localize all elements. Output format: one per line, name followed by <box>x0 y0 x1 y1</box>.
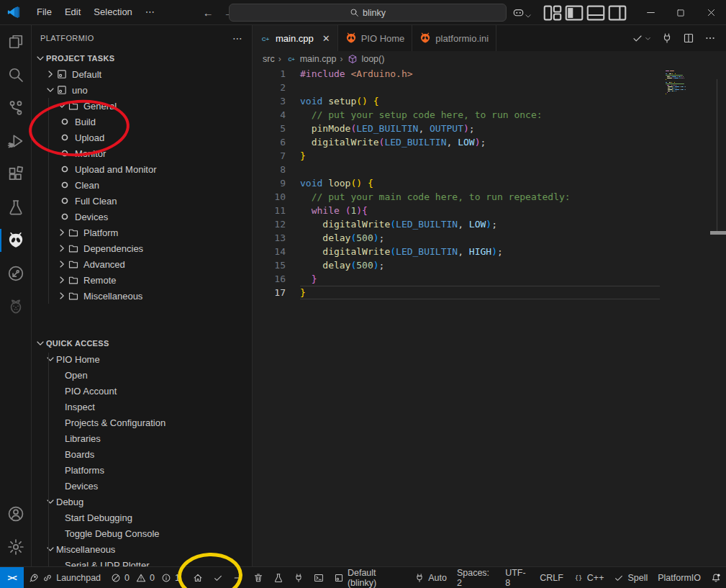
tree-item-start-debugging[interactable]: Start Debugging <box>32 510 252 525</box>
tab-platformio-ini[interactable]: platformio.ini <box>412 25 496 51</box>
status-serial-port[interactable]: Auto <box>409 567 452 588</box>
tree-item-platform[interactable]: Platform <box>32 225 252 240</box>
tree-item-boards[interactable]: Boards <box>32 446 252 462</box>
tree-item-debug[interactable]: Debug <box>32 494 252 510</box>
activity-manage[interactable] <box>0 530 32 564</box>
status-remote-window[interactable]: >< <box>0 567 24 588</box>
folder-icon <box>68 100 79 112</box>
svg-text:C+: C+ <box>262 36 270 42</box>
menu-file[interactable]: File <box>30 4 58 21</box>
tree-item-platforms[interactable]: Platforms <box>32 462 252 478</box>
status-spell-checker[interactable]: Spell <box>609 567 653 588</box>
status-launchpad[interactable]: Launchpad <box>24 567 106 588</box>
breadcrumb-item[interactable]: src <box>263 54 275 64</box>
split-editor-icon[interactable] <box>683 32 694 44</box>
status-indentation[interactable]: Spaces: 2 <box>452 567 500 588</box>
tree-item-dependencies[interactable]: Dependencies <box>32 240 252 256</box>
tree-item-devices[interactable]: Devices <box>32 209 252 225</box>
activity-platformio[interactable] <box>0 224 32 257</box>
breadcrumb-item[interactable]: loop() <box>361 54 384 64</box>
maximize-button[interactable] <box>666 0 696 25</box>
status-pio-upload[interactable] <box>228 567 248 588</box>
tree-item-miscellaneous[interactable]: Miscellaneous <box>32 288 252 304</box>
activity-testing[interactable] <box>0 191 32 224</box>
menu-selection[interactable]: Selection <box>87 4 138 21</box>
tree-item-monitor[interactable]: Monitor <box>32 145 252 161</box>
tree-item-projects-configuration[interactable]: Projects & Configuration <box>32 415 252 430</box>
tree-item-general[interactable]: General <box>32 98 252 114</box>
minimap[interactable] <box>666 71 702 95</box>
code-token: delay <box>322 260 350 271</box>
tree-item-build[interactable]: Build <box>32 114 252 130</box>
serial-monitor-plug-icon[interactable] <box>661 32 673 44</box>
sidebar-more-actions-icon[interactable]: ⋯ <box>232 32 243 44</box>
status-serial-monitor[interactable] <box>289 567 309 588</box>
tree-item-clean[interactable]: Clean <box>32 177 252 193</box>
activity-search[interactable] <box>0 58 32 91</box>
status-notifications[interactable] <box>706 567 726 588</box>
code-editor[interactable]: 1#include <Arduino.h>23void setup() {4 /… <box>253 67 726 566</box>
command-center-search[interactable]: blinky <box>229 4 507 22</box>
nav-back-icon[interactable]: ← <box>203 6 214 19</box>
toggle-primary-sidebar-icon[interactable] <box>563 3 585 23</box>
activity-run-and-debug[interactable] <box>0 125 32 158</box>
breadcrumb-item[interactable]: main.cpp <box>300 54 337 64</box>
tree-item-uno[interactable]: uno <box>32 82 252 98</box>
error-icon <box>111 573 121 583</box>
tree-item-open[interactable]: Open <box>32 367 252 383</box>
menu-edit[interactable]: Edit <box>58 4 87 21</box>
tab-main-cpp[interactable]: C+main.cpp✕ <box>253 25 338 51</box>
copilot-chevron-icon[interactable] <box>525 9 532 17</box>
tab-pio-home[interactable]: PIO Home <box>338 25 413 51</box>
tree-item-default[interactable]: Default <box>32 66 252 82</box>
activity-accounts[interactable] <box>0 497 32 530</box>
tree-item-remote[interactable]: Remote <box>32 272 252 288</box>
section-header-quick-access[interactable]: QUICK ACCESS <box>32 335 252 351</box>
toggle-secondary-sidebar-icon[interactable] <box>607 3 628 23</box>
status-problems[interactable]: 001 <box>106 567 188 588</box>
tree-item-miscellaneous[interactable]: Miscellaneous <box>32 541 252 557</box>
close-button[interactable] <box>696 0 726 25</box>
status-pio-clean[interactable] <box>248 567 268 588</box>
activity-explorer[interactable] <box>0 25 32 58</box>
customize-layout-icon[interactable] <box>542 3 563 23</box>
status-new-terminal[interactable] <box>309 567 329 588</box>
tree-item-advanced[interactable]: Advanced <box>32 256 252 272</box>
status-pio-build[interactable] <box>208 567 228 588</box>
section-header-project-tasks[interactable]: PROJECT TASKS <box>32 50 252 66</box>
more-actions-icon[interactable] <box>704 32 716 44</box>
tree-item-upload[interactable]: Upload <box>32 130 252 145</box>
scrollbar-handle[interactable] <box>710 231 726 235</box>
tree-item-pio-account[interactable]: PIO Account <box>32 383 252 399</box>
status-platformio-status[interactable]: PlatformIO <box>653 567 706 588</box>
activity-remote-explorer[interactable] <box>0 257 32 290</box>
run-build-button[interactable] <box>632 32 651 44</box>
minimize-button[interactable] <box>635 0 666 25</box>
status-language-mode[interactable]: {}C++ <box>568 567 609 588</box>
code-token: , <box>447 137 458 148</box>
status-encoding[interactable]: UTF-8 <box>500 567 535 588</box>
tree-item-pio-home[interactable]: PIO Home <box>32 351 252 367</box>
status-project-environment[interactable]: Default (blinky) <box>329 567 409 588</box>
toggle-panel-icon[interactable] <box>585 3 607 23</box>
chevron-right-icon <box>56 290 68 302</box>
tree-item-serial-udp-plotter[interactable]: Serial & UDP Plotter <box>32 557 252 566</box>
menu-[interactable]: ⋯ <box>139 4 161 21</box>
status-pio-test[interactable] <box>268 567 289 588</box>
tree-item-upload-and-monitor[interactable]: Upload and Monitor <box>32 161 252 177</box>
activity-raspberry-pi[interactable] <box>0 290 32 323</box>
activity-extensions[interactable] <box>0 158 32 191</box>
code-token: ) <box>373 260 379 271</box>
tree-item-devices[interactable]: Devices <box>32 478 252 494</box>
close-tab-icon[interactable]: ✕ <box>322 33 330 44</box>
task-icon <box>59 148 71 159</box>
folder-icon <box>68 274 79 286</box>
tree-item-full-clean[interactable]: Full Clean <box>32 193 252 209</box>
activity-source-control[interactable] <box>0 91 32 125</box>
tree-item-toggle-debug-console[interactable]: Toggle Debug Console <box>32 525 252 541</box>
tree-item-inspect[interactable]: Inspect <box>32 399 252 415</box>
status-pio-home[interactable] <box>188 567 208 588</box>
tab-bar: C+main.cpp✕PIO Homeplatformio.ini <box>253 25 726 51</box>
status-end-of-line[interactable]: CRLF <box>535 567 568 588</box>
tree-item-libraries[interactable]: Libraries <box>32 430 252 446</box>
